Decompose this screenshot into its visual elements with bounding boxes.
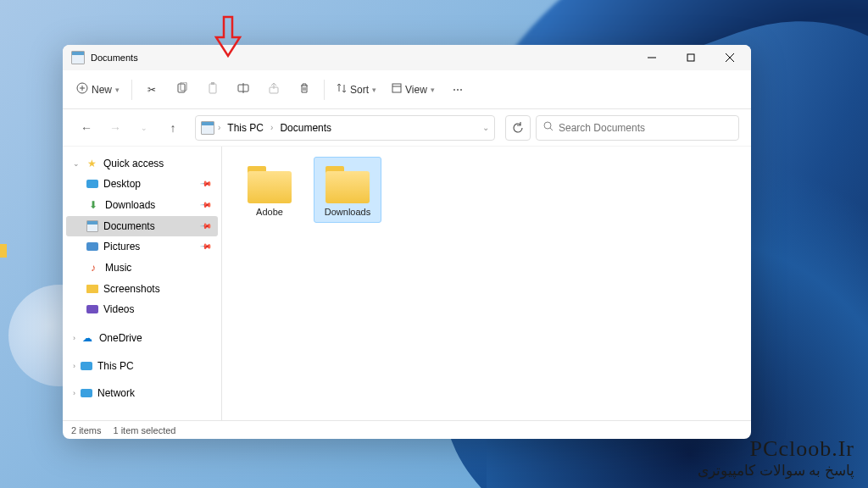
view-icon — [392, 83, 402, 96]
chevron-right-icon: › — [73, 334, 75, 342]
sidebar-item-screenshots[interactable]: Screenshots — [66, 279, 218, 299]
annotation-arrow — [213, 15, 243, 59]
sidebar-item-desktop[interactable]: Desktop 📌 — [66, 174, 218, 194]
toolbar: New ▾ ✂ Sort ▾ View ▾ ⋯ — [63, 70, 751, 109]
ellipsis-icon: ⋯ — [453, 84, 463, 96]
pin-icon: 📌 — [200, 241, 213, 253]
svg-rect-1 — [687, 54, 694, 61]
svg-line-17 — [550, 128, 553, 130]
sidebar-item-music[interactable]: ♪ Music — [66, 257, 218, 279]
pin-icon: 📌 — [200, 220, 213, 233]
search-box[interactable] — [536, 115, 739, 141]
svg-rect-9 — [209, 84, 216, 93]
breadcrumb-this-pc[interactable]: This PC — [224, 120, 267, 136]
watermark-url: PCcloob.Ir — [698, 436, 854, 462]
folder-item[interactable]: Downloads — [314, 157, 381, 223]
cloud-icon: ☁ — [81, 331, 94, 345]
more-button[interactable]: ⋯ — [443, 76, 472, 103]
sort-button[interactable]: Sort ▾ — [330, 76, 383, 103]
forward-button: → — [103, 116, 127, 140]
paste-button — [198, 76, 227, 103]
view-label: View — [405, 84, 427, 96]
desktop-icon — [86, 180, 98, 188]
computer-icon — [81, 362, 92, 370]
chevron-right-icon: › — [73, 362, 75, 370]
folder-icon — [86, 285, 98, 293]
location-icon — [201, 121, 214, 135]
sidebar-label: Music — [105, 262, 131, 274]
file-explorer-window: Documents New ▾ ✂ Sort ▾ View ▾ ⋯ ← — [63, 45, 751, 439]
sidebar-this-pc[interactable]: › This PC — [66, 357, 218, 375]
recent-dropdown[interactable]: ⌄ — [132, 116, 156, 140]
address-bar[interactable]: › This PC › Documents ⌄ — [195, 115, 495, 141]
items-count: 2 items — [71, 425, 101, 435]
this-pc-label: This PC — [97, 360, 134, 372]
copy-icon — [176, 82, 188, 97]
svg-point-16 — [544, 122, 551, 129]
delete-button[interactable] — [290, 76, 319, 103]
minimize-button[interactable] — [632, 45, 671, 70]
breadcrumb-documents[interactable]: Documents — [276, 120, 335, 136]
download-icon: ⬇ — [86, 198, 100, 212]
quick-access-label: Quick access — [103, 158, 164, 169]
folder-name: Adobe — [256, 207, 283, 217]
sidebar-onedrive[interactable]: › ☁ OneDrive — [66, 328, 218, 348]
sidebar-network[interactable]: › Network — [66, 384, 218, 402]
pictures-icon — [86, 242, 98, 251]
share-button — [259, 76, 288, 103]
back-button[interactable]: ← — [75, 116, 98, 140]
watermark: PCcloob.Ir پاسخ به سوالات کامپیوتری — [698, 436, 854, 480]
content-pane[interactable]: Adobe Downloads — [222, 147, 751, 420]
onedrive-label: OneDrive — [99, 332, 142, 344]
sidebar-label: Downloads — [105, 199, 155, 211]
up-button[interactable]: ↑ — [161, 116, 185, 140]
view-button[interactable]: View ▾ — [385, 76, 442, 103]
chevron-down-icon: ▾ — [115, 86, 120, 94]
cut-button[interactable]: ✂ — [137, 76, 166, 103]
selected-count: 1 item selected — [113, 425, 175, 435]
svg-rect-14 — [392, 84, 401, 92]
folder-name: Downloads — [325, 207, 370, 217]
new-label: New — [92, 84, 112, 96]
copy-button[interactable] — [168, 76, 197, 103]
sidebar-item-downloads[interactable]: ⬇ Downloads 📌 — [66, 194, 218, 216]
network-label: Network — [97, 387, 135, 399]
window-title: Documents — [91, 53, 632, 63]
sidebar-item-pictures[interactable]: Pictures 📌 — [66, 236, 218, 257]
sort-label: Sort — [350, 84, 369, 96]
clipboard-icon — [207, 82, 219, 97]
maximize-button[interactable] — [671, 45, 710, 70]
sidebar-item-documents[interactable]: Documents 📌 — [66, 216, 218, 236]
taskbar-hint-icon — [0, 244, 7, 258]
body: ⌄ ★ Quick access Desktop 📌 ⬇ Downloads 📌… — [63, 147, 751, 420]
scissors-icon: ✂ — [147, 84, 156, 96]
sidebar-label: Screenshots — [103, 283, 160, 295]
chevron-down-icon: ▾ — [431, 86, 435, 94]
sidebar-item-videos[interactable]: Videos — [66, 299, 218, 319]
document-icon — [86, 220, 98, 232]
close-button[interactable] — [710, 45, 749, 70]
rename-icon — [237, 82, 249, 97]
search-input[interactable] — [559, 122, 732, 134]
network-icon — [81, 389, 92, 397]
plus-icon — [76, 82, 88, 97]
chevron-right-icon: › — [218, 123, 220, 132]
svg-rect-10 — [211, 82, 214, 85]
chevron-right-icon: › — [73, 389, 75, 397]
rename-button[interactable] — [229, 76, 258, 103]
navbar: ← → ⌄ ↑ › This PC › Documents ⌄ — [63, 109, 751, 147]
chevron-right-icon: › — [270, 123, 273, 132]
chevron-down-icon: ▾ — [372, 86, 376, 94]
music-icon: ♪ — [86, 261, 100, 274]
new-button[interactable]: New ▾ — [70, 76, 126, 103]
star-icon: ★ — [85, 157, 98, 170]
refresh-button[interactable] — [505, 115, 531, 141]
sidebar: ⌄ ★ Quick access Desktop 📌 ⬇ Downloads 📌… — [63, 147, 222, 420]
statusbar: 2 items 1 item selected — [63, 420, 751, 439]
sidebar-quick-access[interactable]: ⌄ ★ Quick access — [66, 153, 218, 174]
folder-item[interactable]: Adobe — [236, 157, 303, 223]
pin-icon: 📌 — [200, 178, 213, 191]
trash-icon — [298, 82, 310, 97]
videos-icon — [86, 305, 98, 313]
chevron-down-icon[interactable]: ⌄ — [482, 123, 489, 132]
